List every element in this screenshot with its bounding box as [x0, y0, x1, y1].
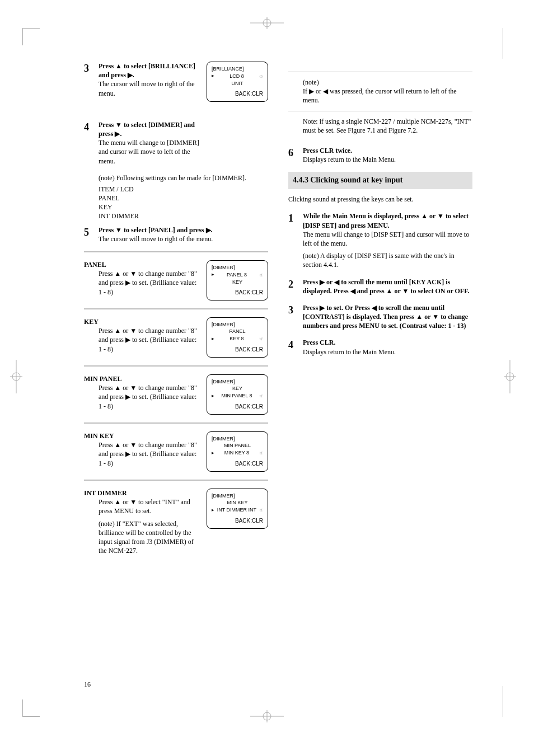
step-number: 2	[288, 278, 298, 295]
step-3: 3 Press ▲ to select [BRILLIANCE] and pre…	[84, 62, 200, 98]
lcd-preview: [BRILLIANCE] ▸LCD 8☼ UNIT BACK:CLR	[207, 62, 268, 102]
lcd-preview: [DIMMER] PANEL ▸KEY 8☼ BACK:CLR	[207, 317, 268, 358]
row-body: Press ▲ or ▼ to change number "8" and pr…	[99, 440, 200, 468]
step-number: 5	[84, 226, 94, 243]
right-column: (note) If ▶ or ◀ was pressed, the cursor…	[288, 62, 472, 555]
step-text: Press ▲ to select [BRILLIANCE] and press…	[99, 62, 195, 79]
row-body: Press ▲ or ▼ to change number "8" and pr…	[99, 383, 200, 411]
crop-mark	[22, 28, 40, 45]
step-4: 4 Press ▼ to select [DIMMER] and press ▶…	[84, 120, 200, 166]
row-panel: PANEL Press ▲ or ▼ to change number "8" …	[84, 260, 268, 300]
page-body: 3 Press ▲ to select [BRILLIANCE] and pre…	[0, 0, 534, 555]
step-5: 5 Press ▼ to select [PANEL] and press ▶.…	[84, 226, 268, 243]
step-text: Press ▶ or ◀ to scroll the menu until [K…	[303, 278, 469, 295]
step-sub: Displays return to the Main Menu.	[303, 156, 396, 163]
step-sub: The menu will change to [DIMMER] and cur…	[99, 139, 199, 165]
lcd-preview: [DIMMER] ▸PANEL 8☼ KEY BACK:CLR	[207, 260, 268, 300]
row-body: Press ▲ or ▼ to change number "8" and pr…	[99, 326, 200, 354]
divider	[84, 422, 268, 424]
row-head: MIN KEY	[84, 431, 200, 440]
crop-mark	[493, 686, 503, 717]
left-column: 3 Press ▲ to select [BRILLIANCE] and pre…	[84, 62, 268, 555]
step-1: 1 While the Main Menu is displayed, pres…	[288, 212, 472, 248]
dimmer-table: ITEM / LCD PANEL KEY INT DIMMER	[99, 185, 268, 221]
crop-mark	[22, 699, 40, 717]
divider	[288, 111, 472, 111]
page-number: 16	[84, 680, 91, 689]
divider	[84, 365, 268, 367]
step-number: 6	[288, 146, 298, 164]
lcd-preview: [DIMMER] MIN PANEL ▸MIN KEY 8☼ BACK:CLR	[207, 431, 268, 472]
step-number: 1	[288, 212, 298, 248]
step-1-note: (note) A display of [DISP SET] is same w…	[303, 251, 472, 269]
row-head: MIN PANEL	[84, 374, 200, 383]
section-heading: 4.4.3 Clicking sound at key input	[288, 172, 472, 189]
step-4-note: (note) Following settings can be made fo…	[99, 173, 268, 182]
row-body: Press ▲ or ▼ to select "INT" and press M…	[99, 497, 200, 515]
step-2: 2 Press ▶ or ◀ to scroll the menu until …	[288, 278, 472, 295]
lcd-preview: [DIMMER] MIN KEY ▸INT DIMMER INT☼ BACK:C…	[207, 489, 268, 529]
note-paragraph: (note) If ▶ or ◀ was pressed, the cursor…	[303, 78, 472, 105]
step-text: Press CLR twice.	[303, 147, 352, 154]
step-sub: The menu will change to [DISP SET] and c…	[303, 231, 469, 247]
step-number: 3	[84, 62, 94, 98]
registration-mark-icon	[250, 710, 284, 722]
step-sub: The cursor will move to right of the men…	[99, 235, 213, 243]
crop-mark	[493, 28, 503, 59]
step-text: Press ▶ to set. Or Press ◀ to scroll the…	[303, 304, 468, 330]
step-number: 4	[84, 120, 94, 166]
step-6: 6 Press CLR twice. Displays return to th…	[288, 146, 472, 164]
row-min-panel: MIN PANEL Press ▲ or ▼ to change number …	[84, 374, 268, 415]
divider	[288, 72, 472, 72]
note-paragraph: Note: if using a single NCM-227 / multip…	[303, 117, 472, 135]
registration-mark-icon	[10, 360, 22, 397]
row-int-dimmer: INT DIMMER Press ▲ or ▼ to select "INT" …	[84, 489, 268, 555]
step-4r: 4 Press CLR. Displays return to the Main…	[288, 338, 472, 356]
registration-mark-icon	[504, 360, 516, 397]
divider	[84, 480, 268, 481]
row-body: Press ▲ or ▼ to change number "8" and pr…	[99, 269, 200, 297]
step-text: Press ▼ to select [DIMMER] and press ▶.	[99, 121, 195, 138]
row-head: KEY	[84, 317, 200, 326]
row-head: PANEL	[84, 260, 200, 269]
row-head: INT DIMMER	[84, 489, 200, 497]
section-intro: Clicking sound at pressing the keys can …	[288, 195, 472, 204]
registration-mark-icon	[250, 17, 284, 29]
row-min-key: MIN KEY Press ▲ or ▼ to change number "8…	[84, 431, 268, 472]
step-text: Press CLR.	[303, 339, 335, 346]
divider	[84, 251, 268, 252]
step-text: While the Main Menu is displayed, press …	[303, 212, 469, 229]
lcd-preview: [DIMMER] KEY ▸MIN PANEL 8☼ BACK:CLR	[207, 374, 268, 415]
step-sub: Displays return to the Main Menu.	[303, 348, 396, 356]
step-3r: 3 Press ▶ to set. Or Press ◀ to scroll t…	[288, 303, 472, 331]
step-number: 4	[288, 338, 298, 356]
step-text: Press ▼ to select [PANEL] and press ▶.	[99, 226, 213, 234]
step-sub: The cursor will move to right of the men…	[99, 80, 195, 97]
row-note: (note) If "EXT" was selected, brilliance…	[99, 519, 200, 556]
row-key: KEY Press ▲ or ▼ to change number "8" an…	[84, 317, 268, 358]
step-number: 3	[288, 303, 298, 331]
divider	[84, 308, 268, 309]
